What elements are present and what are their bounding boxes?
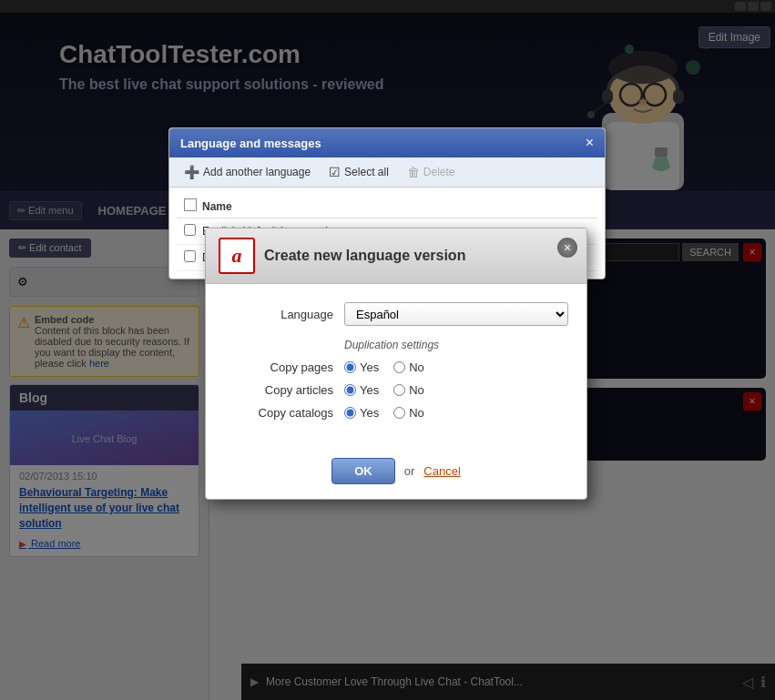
copy-articles-row: Copy articles Yes No xyxy=(224,383,568,397)
yes-label-catalogs: Yes xyxy=(360,406,379,420)
copy-catalogs-row: Copy catalogs Yes No xyxy=(224,406,568,420)
copy-articles-no-option[interactable]: No xyxy=(393,383,424,397)
ok-button[interactable]: OK xyxy=(331,458,395,484)
modal-overlay[interactable]: Language and messages × ➕ Add another la… xyxy=(0,0,775,700)
lang-dialog-header: Language and messages × xyxy=(169,128,605,157)
copy-articles-label: Copy articles xyxy=(224,383,333,397)
language-label: Language xyxy=(224,308,333,321)
copy-catalogs-no-radio[interactable] xyxy=(393,407,405,419)
copy-catalogs-no-option[interactable]: No xyxy=(393,406,424,420)
create-lang-header: a Create new language version × xyxy=(206,228,586,284)
copy-pages-row: Copy pages Yes No xyxy=(224,360,568,374)
create-lang-title: Create new language version xyxy=(264,248,465,264)
yes-label-articles: Yes xyxy=(360,383,379,397)
add-icon: ➕ xyxy=(184,165,199,179)
language-row: Language Español English Deutsch Françai… xyxy=(224,302,568,326)
or-text: or xyxy=(404,464,415,478)
select-all-button[interactable]: ☑ Select all xyxy=(323,163,394,181)
row-checkbox-1[interactable] xyxy=(184,224,202,238)
lang-toolbar: ➕ Add another language ☑ Select all 🗑 De… xyxy=(169,157,605,188)
copy-articles-no-radio[interactable] xyxy=(393,384,405,396)
copy-pages-no-option[interactable]: No xyxy=(393,360,424,374)
no-label-articles: No xyxy=(409,383,424,397)
copy-catalogs-label: Copy catalogs xyxy=(224,406,333,420)
row-checkbox-2[interactable] xyxy=(184,250,202,265)
create-lang-footer: OK or Cancel xyxy=(206,447,586,499)
copy-articles-yes-radio[interactable] xyxy=(344,384,356,396)
select-icon: ☑ xyxy=(329,165,341,179)
lang-dialog-close[interactable]: × xyxy=(586,136,594,150)
header-checkbox xyxy=(184,198,202,214)
language-select[interactable]: Español English Deutsch Français xyxy=(344,302,568,326)
copy-pages-options: Yes No xyxy=(344,360,424,374)
copy-catalogs-yes-radio[interactable] xyxy=(344,407,356,419)
copy-pages-no-radio[interactable] xyxy=(393,361,405,373)
delete-button[interactable]: 🗑 Delete xyxy=(402,163,461,181)
copy-catalogs-yes-option[interactable]: Yes xyxy=(344,406,379,420)
name-column-header: Name xyxy=(202,200,590,213)
add-language-button[interactable]: ➕ Add another language xyxy=(178,163,316,181)
adobe-icon: a xyxy=(219,238,255,274)
cancel-button[interactable]: Cancel xyxy=(423,464,460,478)
create-language-dialog: a Create new language version × Language… xyxy=(205,228,587,500)
yes-label-pages: Yes xyxy=(360,360,379,374)
copy-pages-yes-radio[interactable] xyxy=(344,361,356,373)
no-label-pages: No xyxy=(409,360,424,374)
duplication-section-label: Duplication settings xyxy=(344,339,568,351)
checkbox-deutsch[interactable] xyxy=(184,250,196,262)
copy-articles-options: Yes No xyxy=(344,383,424,397)
lang-dialog-title: Language and messages xyxy=(180,137,321,150)
create-lang-close-button[interactable]: × xyxy=(557,238,577,258)
copy-catalogs-options: Yes No xyxy=(344,406,424,420)
copy-pages-yes-option[interactable]: Yes xyxy=(344,360,379,374)
copy-articles-yes-option[interactable]: Yes xyxy=(344,383,379,397)
delete-icon: 🗑 xyxy=(407,165,420,179)
copy-pages-label: Copy pages xyxy=(224,360,333,374)
lang-table-header: Name xyxy=(177,195,597,218)
create-lang-body: Language Español English Deutsch Françai… xyxy=(206,284,586,447)
checkbox-english[interactable] xyxy=(184,224,196,236)
no-label-catalogs: No xyxy=(409,406,424,420)
